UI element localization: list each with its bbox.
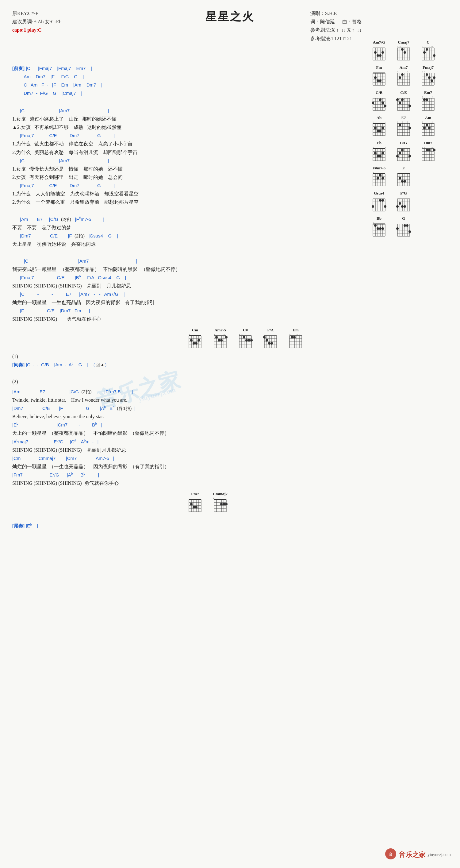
svg-point-154 [379,130,382,132]
svg-point-123 [408,105,411,107]
verse1-lyric-6: 2.女孩 有天将会到哪里 出走 哪时的她 总会问 [12,173,356,181]
chorus1-chord-1: |C |Am7 | [12,257,356,265]
svg-text:○: ○ [422,96,423,98]
svg-point-187 [428,127,431,129]
outro-section: [尾奏] |Eb | [12,522,356,530]
svg-point-236 [433,149,435,151]
verse2-chord-6: |Fm7 Eb/G |Ab Bb | [12,471,356,479]
chord-Bb: Bb × [368,216,390,238]
marker-1-label: (1) [12,352,356,361]
svg-point-339 [190,339,193,341]
svg-point-61 [379,80,382,82]
verse1-chord-d: |Fmaj7 C/E |Dm7 G | [12,181,356,190]
chord-Eb: Eb × × [368,141,390,162]
svg-point-250 [379,174,382,177]
svg-text:○: ○ [297,333,298,336]
svg-point-107 [382,101,384,104]
chord-Gsus4: Gsus4 [368,191,390,212]
svg-point-374 [245,339,248,341]
svg-point-277 [372,205,374,208]
svg-point-60 [376,80,379,82]
outro-chord: [尾奏] |Eb | [12,522,356,530]
chord-Fm: Fm [368,65,390,87]
chord-CG: C/G [393,141,415,162]
svg-point-390 [268,342,270,345]
svg-point-92 [433,76,435,79]
svg-point-436 [225,503,228,505]
chorus1-lyric-3: 灿烂的一颗星星 一生也亮晶晶 因为夜归的背影 有了我的指引 [12,298,356,307]
song-title: 星星之火 [12,9,448,24]
svg-point-419 [190,503,193,505]
svg-point-59 [374,76,376,79]
footer: 音 音乐之家 yinyuezj.com [385,848,451,862]
interlude-chord: [间奏] |C - - G/B |Am - Ab G | （回▲） [12,361,356,369]
chord-E7: E7 ○ ○ ○ [393,115,415,137]
male-key: 建议男调:F-Ab [12,19,43,24]
chord-Dm7: Dm7 × × ○ [417,141,439,162]
svg-point-234 [426,149,428,151]
prechorus-section: |Am E7 |C/G (2拍) |F#m7-5 | 不要 不要 忘了做过的梦 … [12,215,356,248]
verse1-lyric-3: 1.为什么 萤火虫都不动 停驻在夜空 点亮了小小宇宙 [12,140,356,148]
svg-text:○: ○ [224,333,225,336]
verse2-chord-1: |Am E7 |C/G (2拍) |F#m7-5 | [12,388,356,396]
svg-point-324 [408,230,411,233]
svg-point-106 [379,98,382,101]
chord-Am: Am ○ ○ [417,115,439,137]
svg-text:○: ○ [402,121,403,123]
inline-chord-diagrams-1: Cm × [184,328,356,349]
svg-point-218 [401,149,403,151]
svg-point-389 [266,339,268,341]
svg-point-391 [270,342,273,345]
svg-point-137 [423,98,426,101]
svg-point-12 [376,54,379,57]
inline-chord-diagrams-2: Fm7 [184,492,356,513]
svg-point-203 [379,155,382,157]
verse2-chord-3: |Eb |Cm7 - Bb | [12,421,356,429]
chord-row-6: F#m7-5 × [368,166,454,187]
svg-point-326 [406,224,408,227]
chord-row-5: Eb × × [368,141,454,162]
prechorus-chord-1: |Am E7 |C/G (2拍) |F#m7-5 | [12,215,356,223]
svg-text:○: ○ [431,45,433,48]
chord-GB: G/B [368,90,390,112]
svg-point-359 [225,336,228,338]
chord-Cmmaj7-inline: Cmmaj7 2 [209,492,231,513]
chorus-section-1: |C |Am7 | 我要变成那一颗星星 （整夜都亮晶晶） 不怕阴暗的黑影 （骄傲… [12,257,356,323]
meta-right: 演唱：S.H.E 词：陈信延 曲：曹格 参考刷法:X ↑_↓↓ X ↑_↓↓ 参… [310,9,362,43]
svg-point-249 [376,177,379,180]
svg-point-186 [426,124,428,126]
chord-row-2: Fm [368,65,454,87]
svg-point-202 [376,155,379,157]
svg-text:○: ○ [289,333,290,336]
svg-point-435 [223,503,225,505]
svg-point-108 [384,105,386,107]
svg-point-185 [423,127,426,129]
prechorus-lyric-1: 不要 不要 忘了做过的梦 [12,223,356,231]
svg-text:×: × [214,333,215,336]
svg-point-93 [431,80,433,82]
marker-1: (1) [间奏] |C - - G/B |Am - Ab G | （回▲） [12,352,356,369]
verse1-lyric-1: 1.女孩 越过小路爬上了 山丘 那时的她还不懂 [12,115,356,123]
svg-text:○: ○ [424,70,425,73]
verse1-chord-c: |C |Am7 | [12,156,356,165]
svg-text:○: ○ [422,121,423,123]
verse2-lyric-4: SHINING (SHINING) (SHINING) 亮丽到月儿都妒忌 [12,446,356,454]
verse1-chord-b: |Fmaj7 C/E |Dm7 G | [12,131,356,140]
svg-point-309 [376,227,379,230]
chord-F#m7-5: F#m7-5 × [368,166,390,187]
svg-point-171 [408,127,411,129]
svg-point-235 [428,149,431,151]
verse-section-1: |C |Am7 | 1.女孩 越过小路爬上了 山丘 那时的她还不懂 ▲2.女孩 … [12,106,356,207]
verse2-chord-5: |Cm Cmmaj7 |Cm7 Am7-5 | [12,454,356,462]
svg-point-340 [193,342,195,345]
svg-text:○: ○ [422,45,423,48]
marker-2-label: (2) [12,377,356,386]
svg-text:×: × [239,333,240,336]
svg-point-251 [382,177,384,180]
svg-point-121 [399,101,401,104]
svg-point-375 [248,339,250,341]
prechorus-chord-2: |Dm7 C/E |F (2拍) |Gsus4 G | [12,231,356,240]
svg-point-434 [220,503,223,505]
chord-CE: C/E [393,90,415,112]
svg-text:○: ○ [407,121,408,123]
